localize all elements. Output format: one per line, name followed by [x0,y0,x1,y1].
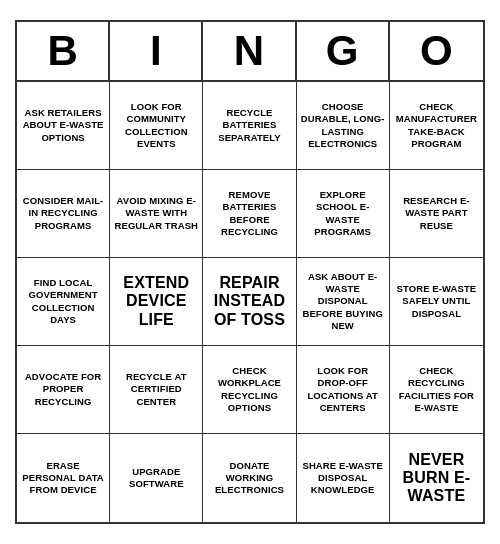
bingo-card: BINGO ASK RETAILERS ABOUT E-WASTE OPTION… [15,20,485,524]
bingo-cell[interactable]: ADVOCATE FOR PROPER RECYCLING [17,346,110,434]
cell-label: FIND LOCAL GOVERNMENT COLLECTION DAYS [21,277,105,326]
cell-label: STORE E-WASTE SAFELY UNTIL DISPOSAL [394,283,479,320]
cell-label: UPGRADE SOFTWARE [114,466,198,491]
bingo-letter: I [110,22,203,80]
bingo-cell[interactable]: CHOOSE DURABLE, LONG-LASTING ELECTRONICS [297,82,390,170]
cell-label: CONSIDER MAIL-IN RECYCLING PROGRAMS [21,195,105,232]
bingo-cell[interactable]: ERASE PERSONAL DATA FROM DEVICE [17,434,110,522]
bingo-cell[interactable]: LOOK FOR DROP-OFF LOCATIONS AT CENTERS [297,346,390,434]
cell-label: REMOVE BATTERIES BEFORE RECYCLING [207,189,291,238]
bingo-cell[interactable]: NEVER BURN E-WASTE [390,434,483,522]
bingo-cell[interactable]: RESEARCH E-WASTE PART REUSE [390,170,483,258]
bingo-cell[interactable]: ASK ABOUT E-WASTE DISPONAL BEFORE BUYING… [297,258,390,346]
bingo-cell[interactable]: ASK RETAILERS ABOUT E-WASTE OPTIONS [17,82,110,170]
bingo-letter: B [17,22,110,80]
cell-label: ASK ABOUT E-WASTE DISPONAL BEFORE BUYING… [301,271,385,333]
bingo-cell[interactable]: CHECK MANUFACTURER TAKE-BACK PROGRAM [390,82,483,170]
cell-label: ADVOCATE FOR PROPER RECYCLING [21,371,105,408]
bingo-cell[interactable]: LOOK FOR COMMUNITY COLLECTION EVENTS [110,82,203,170]
cell-label: CHECK RECYCLING FACILITIES FOR E-WASTE [394,365,479,414]
cell-label: EXPLORE SCHOOL E-WASTE PROGRAMS [301,189,385,238]
bingo-cell[interactable]: EXTEND DEVICE LIFE [110,258,203,346]
bingo-cell[interactable]: RECYCLE AT CERTIFIED CENTER [110,346,203,434]
cell-label: LOOK FOR DROP-OFF LOCATIONS AT CENTERS [301,365,385,414]
bingo-cell[interactable]: EXPLORE SCHOOL E-WASTE PROGRAMS [297,170,390,258]
cell-label: CHECK MANUFACTURER TAKE-BACK PROGRAM [394,101,479,150]
bingo-cell[interactable]: CHECK WORKPLACE RECYCLING OPTIONS [203,346,296,434]
bingo-cell[interactable]: REMOVE BATTERIES BEFORE RECYCLING [203,170,296,258]
cell-label: RESEARCH E-WASTE PART REUSE [394,195,479,232]
bingo-cell[interactable]: STORE E-WASTE SAFELY UNTIL DISPOSAL [390,258,483,346]
bingo-cell[interactable]: FIND LOCAL GOVERNMENT COLLECTION DAYS [17,258,110,346]
cell-label: ERASE PERSONAL DATA FROM DEVICE [21,460,105,497]
cell-label: RECYCLE AT CERTIFIED CENTER [114,371,198,408]
cell-label: NEVER BURN E-WASTE [394,451,479,506]
bingo-cell[interactable]: CHECK RECYCLING FACILITIES FOR E-WASTE [390,346,483,434]
cell-label: AVOID MIXING E-WASTE WITH REGULAR TRASH [114,195,198,232]
bingo-cell[interactable]: CONSIDER MAIL-IN RECYCLING PROGRAMS [17,170,110,258]
cell-label: REPAIR INSTEAD OF TOSS [207,274,291,329]
bingo-letter: N [203,22,296,80]
cell-label: EXTEND DEVICE LIFE [114,274,198,329]
cell-label: CHECK WORKPLACE RECYCLING OPTIONS [207,365,291,414]
cell-label: RECYCLE BATTERIES SEPARATELY [207,107,291,144]
cell-label: CHOOSE DURABLE, LONG-LASTING ELECTRONICS [301,101,385,150]
cell-label: LOOK FOR COMMUNITY COLLECTION EVENTS [114,101,198,150]
bingo-letter: G [297,22,390,80]
bingo-cell[interactable]: DONATE WORKING ELECTRONICS [203,434,296,522]
bingo-header: BINGO [17,22,483,82]
cell-label: ASK RETAILERS ABOUT E-WASTE OPTIONS [21,107,105,144]
bingo-letter: O [390,22,483,80]
bingo-cell[interactable]: SHARE E-WASTE DISPOSAL KNOWLEDGE [297,434,390,522]
bingo-cell[interactable]: AVOID MIXING E-WASTE WITH REGULAR TRASH [110,170,203,258]
bingo-cell[interactable]: UPGRADE SOFTWARE [110,434,203,522]
bingo-cell[interactable]: REPAIR INSTEAD OF TOSS [203,258,296,346]
cell-label: SHARE E-WASTE DISPOSAL KNOWLEDGE [301,460,385,497]
bingo-cell[interactable]: RECYCLE BATTERIES SEPARATELY [203,82,296,170]
cell-label: DONATE WORKING ELECTRONICS [207,460,291,497]
bingo-grid: ASK RETAILERS ABOUT E-WASTE OPTIONSLOOK … [17,82,483,522]
